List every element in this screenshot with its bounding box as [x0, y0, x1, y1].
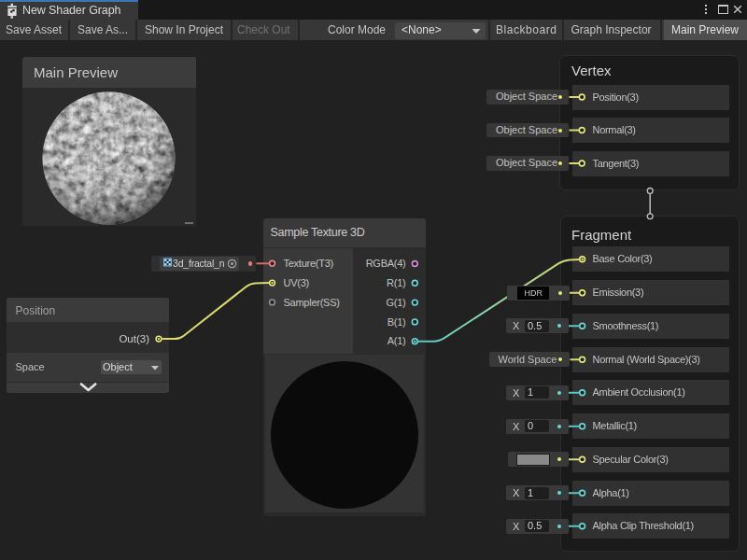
svg-text:HDR: HDR: [524, 288, 543, 298]
